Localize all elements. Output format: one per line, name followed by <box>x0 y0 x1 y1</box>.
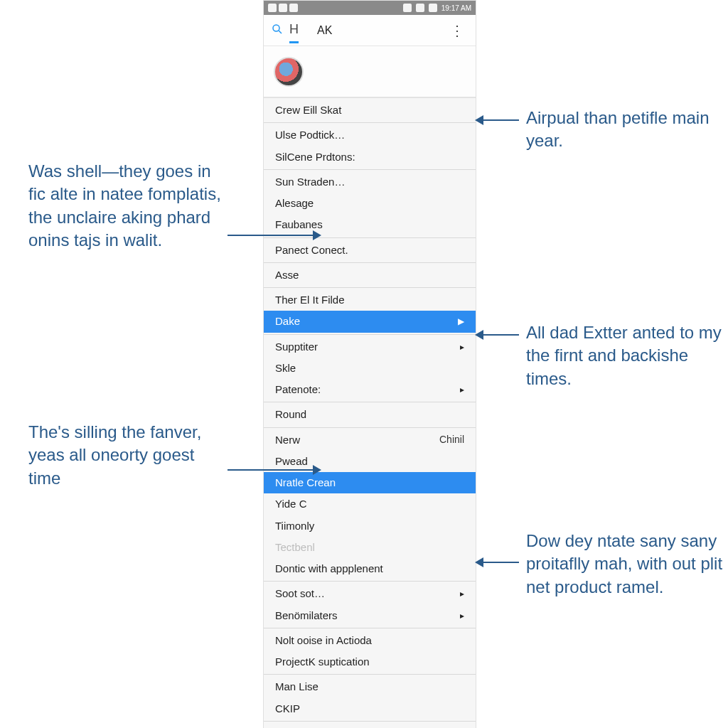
menu-shortcut: Chinil <box>439 433 464 446</box>
menu-item[interactable]: Round <box>264 404 476 425</box>
menu-item[interactable]: Faubanes <box>264 214 476 235</box>
annotation-arrow <box>228 469 320 471</box>
menu-item[interactable]: Asse <box>264 264 476 286</box>
phone-frame: 19:17 AM H AK ⋮ Crew Eill Skat Ulse Podt… <box>263 0 476 728</box>
menu-item[interactable]: Patenote:▸ <box>264 379 476 400</box>
menu-item[interactable]: Sun Straden… <box>264 171 476 193</box>
annotation-arrow <box>476 334 519 336</box>
status-time: 19:17 AM <box>441 4 471 12</box>
menu-item[interactable]: SilCene Prdtons: <box>264 146 476 168</box>
submenu-arrow-icon: ▸ <box>460 588 464 599</box>
battery-icon <box>429 4 437 12</box>
status-notification-icon <box>268 4 277 12</box>
status-notification-icon <box>279 4 287 12</box>
menu-item[interactable]: Nolt ooise in Actioda <box>264 630 476 651</box>
search-icon[interactable] <box>271 23 284 38</box>
submenu-arrow-icon: ▸ <box>460 384 464 395</box>
menu-item-disabled: Tectbenl <box>264 537 476 558</box>
svg-point-0 <box>273 25 279 31</box>
annotation-text: Airpual than petifle main year. <box>526 107 725 153</box>
status-bar: 19:17 AM <box>264 1 476 15</box>
menu-item[interactable]: Benömilaters▸ <box>264 605 476 626</box>
submenu-arrow-icon: ▸ <box>460 610 464 621</box>
menu-item[interactable]: Supptiter▸ <box>264 336 476 358</box>
menu-item[interactable]: NerwChinil <box>264 429 476 451</box>
signal-icon <box>416 4 424 12</box>
annotation-arrow <box>228 235 320 236</box>
annotation-text: The's silling the fanver, yeas all oneor… <box>28 421 228 490</box>
overflow-menu-icon[interactable]: ⋮ <box>446 22 469 39</box>
menu-item[interactable]: Yide C <box>264 493 476 515</box>
submenu-arrow-icon: ▶ <box>458 316 464 327</box>
menu-item-selected[interactable]: Nratle Crean <box>264 472 476 493</box>
menu-item[interactable]: AK <box>317 24 332 37</box>
menu-item[interactable]: Ther El It Filde <box>264 289 476 311</box>
menu-item[interactable]: Crew Eill Skat <box>264 100 476 121</box>
menu-item[interactable]: Tiimonly <box>264 515 476 537</box>
menu-item[interactable]: ProjectK suptication <box>264 651 476 673</box>
menu-item[interactable]: Soot sot…▸ <box>264 583 476 604</box>
toolbar: H AK ⋮ <box>264 15 476 46</box>
submenu-arrow-icon: ▸ <box>460 341 464 353</box>
wifi-icon <box>403 4 412 12</box>
svg-line-1 <box>279 31 282 33</box>
avatar[interactable] <box>274 57 304 87</box>
annotation-text: Dow dey ntate sany sany proitaflly mah, … <box>526 530 725 599</box>
menu-item[interactable]: Skle <box>264 358 476 379</box>
menu-item[interactable]: Alesage <box>264 193 476 214</box>
annotation-arrow <box>476 562 519 563</box>
menu-item[interactable]: Panect Conect. <box>264 240 476 261</box>
app-header-row <box>264 46 476 97</box>
menu-item[interactable]: Dontic with appplenent <box>264 558 476 579</box>
menu-item[interactable]: CEI <box>264 723 476 728</box>
menu-item[interactable]: Ulse Podtick… <box>264 124 476 146</box>
status-notification-icon <box>289 4 298 12</box>
toolbar-title: H <box>289 22 299 43</box>
annotation-arrow <box>476 119 519 121</box>
dropdown-menu: Crew Eill Skat Ulse Podtick… SilCene Prd… <box>264 97 476 728</box>
menu-item[interactable]: Man Lise <box>264 676 476 697</box>
annotation-text: All dad Extter anted to my the firnt and… <box>526 321 725 390</box>
annotation-text: Was shell—they goes in fic alte in natee… <box>28 160 228 252</box>
menu-item[interactable]: CKIP <box>264 698 476 719</box>
menu-item-selected[interactable]: Dake▶ <box>264 311 476 332</box>
